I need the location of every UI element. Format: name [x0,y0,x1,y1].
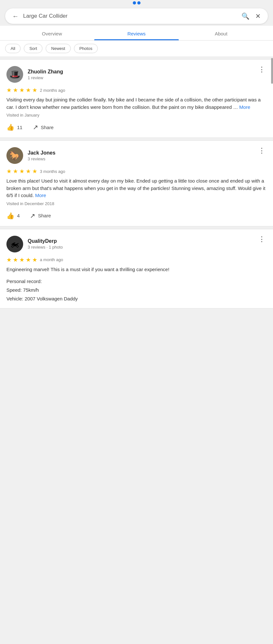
star-2-2: ★ [13,168,18,175]
star-3-1: ★ [6,256,12,263]
star-1-1: ★ [6,87,12,94]
tab-about[interactable]: About [179,26,263,40]
reviewer-name-1: Zhuolin Zhang [28,69,63,75]
vehicle-detail: Vehicle: 2007 Volkswagen Daddy [6,294,267,303]
action-row-2: 👍 4 ↗ Share [6,211,267,221]
star-1-2: ★ [13,87,18,94]
review-time-2: 3 months ago [40,169,65,174]
more-link-2[interactable]: More [35,193,46,198]
like-icon-1: 👍 [6,123,14,131]
close-button[interactable]: ✕ [254,12,262,20]
reviewer-details-1: Zhuolin Zhang 1 review [28,69,63,80]
share-icon-2: ↗ [30,212,35,220]
like-button-2[interactable]: 👍 4 [6,211,20,221]
stars-row-3: ★ ★ ★ ★ ★ a month ago [6,256,267,263]
reviewer-header-2: 🐎 Jack Jones 3 reviews ⋮ [6,147,267,164]
star-3-3: ★ [19,256,24,263]
reviewer-header-1: 🎩 Zhuolin Zhang 1 review ⋮ [6,66,267,83]
qd-details: Personal record: Speed: 75km/h Vehicle: … [6,277,267,303]
filter-chips-row: All Sort Newest Photos [0,41,273,57]
share-label-1: Share [41,125,54,130]
like-count-2: 4 [17,213,20,218]
share-button-1[interactable]: ↗ Share [33,122,54,132]
reviewer-meta-1: 1 review [28,75,63,80]
back-button[interactable]: ← [11,13,20,20]
speed-detail: Speed: 75km/h [6,286,267,294]
stars-row-1: ★ ★ ★ ★ ★ 2 months ago [6,87,267,94]
star-2-1: ★ [6,168,12,175]
filter-chip-1[interactable]: All [5,44,21,53]
star-2-3: ★ [19,168,24,175]
reviewer-details-2: Jack Jones 3 reviews [28,150,55,161]
avatar-1: 🎩 [6,66,23,83]
share-label-2: Share [38,213,51,218]
review-text-2: Love this place! Used to visit it almost… [6,177,267,199]
filter-chip-3[interactable]: Newest [46,44,70,53]
tabs-row: Overview Reviews About [0,26,273,41]
personal-record-label: Personal record: [6,277,267,286]
reviewer-meta-3: 3 reviews · 1 photo [28,245,63,250]
filter-chip-2[interactable]: Sort [24,44,42,53]
search-bar: ← Large Car Collider 🔍 ✕ [5,8,268,24]
review-card-3: 🏍 QualityDerp 3 reviews · 1 photo ⋮ ★ ★ … [0,229,273,309]
stars-row-2: ★ ★ ★ ★ ★ 3 months ago [6,168,267,175]
more-menu-button-2[interactable]: ⋮ [257,147,267,154]
star-3-4: ★ [26,256,31,263]
reviewer-info-2: 🐎 Jack Jones 3 reviews [6,147,55,164]
back-icon: ← [12,13,19,20]
top-bar: ← Large Car Collider 🔍 ✕ [0,5,273,26]
like-icon-2: 👍 [6,212,14,220]
review-text-3: Engineering marvel! This is a must visit… [6,266,267,273]
status-dot-1 [133,1,136,5]
like-count-1: 11 [17,125,23,130]
star-3-2: ★ [13,256,18,263]
action-row-1: 👍 11 ↗ Share [6,122,267,132]
search-button[interactable]: 🔍 [240,12,251,20]
scrollbar[interactable] [271,58,273,84]
tab-reviews[interactable]: Reviews [94,26,179,40]
star-1-5: ★ [32,87,37,94]
search-query: Large Car Collider [23,13,237,19]
reviewer-name-2: Jack Jones [28,150,55,156]
visited-text-2: Visited in December 2018 [6,201,267,206]
review-time-3: a month ago [40,257,63,262]
close-icon: ✕ [255,13,261,20]
tab-overview[interactable]: Overview [10,26,94,40]
star-1-3: ★ [19,87,24,94]
status-dot-2 [137,1,141,5]
star-2-4: ★ [26,168,31,175]
share-button-2[interactable]: ↗ Share [30,211,51,221]
avatar-2: 🐎 [6,147,23,164]
reviewer-info-1: 🎩 Zhuolin Zhang 1 review [6,66,63,83]
avatar-3: 🏍 [6,236,23,252]
review-card-2: 🐎 Jack Jones 3 reviews ⋮ ★ ★ ★ ★ ★ 3 mon… [0,140,273,226]
share-icon-1: ↗ [33,123,38,131]
visited-text-1: Visited in January [6,113,267,118]
review-text-1: Visiting every day but joining the colli… [6,96,267,111]
status-bar [0,0,273,5]
more-menu-button-3[interactable]: ⋮ [257,236,267,243]
like-button-1[interactable]: 👍 11 [6,122,23,132]
reviewer-name-3: QualityDerp [28,238,63,244]
reviewer-details-3: QualityDerp 3 reviews · 1 photo [28,238,63,250]
star-3-5: ★ [32,256,37,263]
more-menu-button-1[interactable]: ⋮ [257,66,267,73]
star-1-4: ★ [26,87,31,94]
reviewer-info-3: 🏍 QualityDerp 3 reviews · 1 photo [6,236,63,252]
search-icon: 🔍 [241,13,250,20]
star-2-5: ★ [32,168,37,175]
reviewer-meta-2: 3 reviews [28,156,55,161]
review-card-1: 🎩 Zhuolin Zhang 1 review ⋮ ★ ★ ★ ★ ★ 2 m… [0,59,273,138]
review-time-1: 2 months ago [40,88,65,93]
more-link-1[interactable]: More [239,104,250,110]
reviewer-header-3: 🏍 QualityDerp 3 reviews · 1 photo ⋮ [6,236,267,252]
filter-chip-4[interactable]: Photos [74,44,98,53]
